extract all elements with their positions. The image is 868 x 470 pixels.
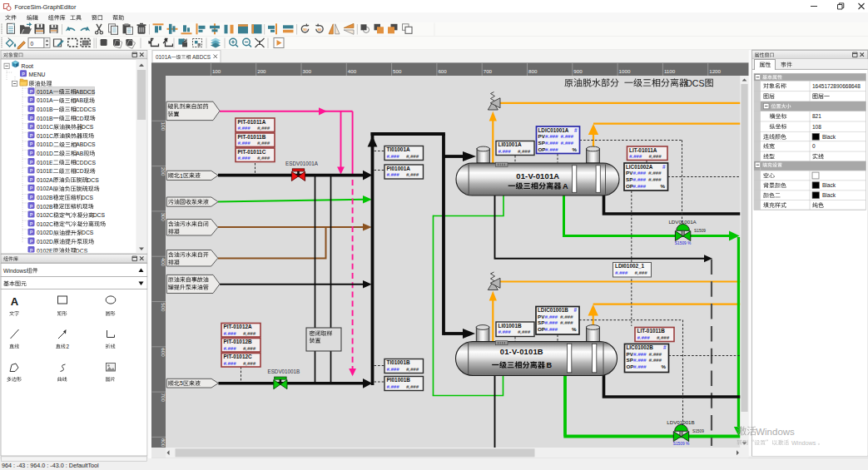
svg-text:#.###: #.### — [561, 133, 574, 139]
svg-text:#.###: #.### — [545, 319, 558, 325]
svg-text:#.###: #.### — [633, 170, 647, 176]
svg-text:#.###: #.### — [545, 140, 558, 146]
svg-text:0101A: 0101A — [37, 89, 53, 95]
svg-text:P: P — [30, 160, 33, 165]
svg-text:Root: Root — [22, 63, 33, 69]
svg-text:LIT-01011A: LIT-01011A — [629, 147, 657, 153]
svg-text:0101A: 0101A — [156, 54, 171, 60]
svg-text:0102A: 0102A — [37, 177, 53, 183]
svg-text:#,###: #,### — [406, 384, 419, 389]
svg-text:MENU: MENU — [29, 72, 46, 77]
svg-text:#.###: #.### — [545, 314, 558, 319]
svg-text:P: P — [30, 97, 33, 102]
svg-text:PIT-01011B: PIT-01011B — [238, 134, 266, 140]
svg-text:600: 600 — [161, 348, 166, 357]
svg-text:0: 0 — [812, 143, 816, 149]
svg-text:PIT-01011A: PIT-01011A — [238, 119, 266, 125]
svg-text:#.###: #.### — [238, 156, 251, 161]
svg-text:0102C: 0102C — [37, 221, 53, 227]
svg-text:DCS: DCS — [82, 124, 94, 130]
svg-text:1: 1 — [180, 173, 183, 180]
svg-text:LDIC01001B: LDIC01001B — [538, 307, 568, 313]
svg-text:#.###: #.### — [387, 154, 400, 159]
svg-text:P: P — [30, 195, 33, 200]
svg-text:P: P — [30, 141, 33, 146]
svg-text:964 : -43 : 964.0 : -43.0 :: 964 : -43 : 964.0 : -43.0 : DefaultTool — [2, 462, 99, 469]
svg-text:P: P — [30, 221, 33, 226]
svg-text:P: P — [30, 230, 33, 235]
svg-text:90: 90 — [318, 27, 322, 32]
svg-text:0102B: 0102B — [37, 195, 53, 200]
svg-text:P: P — [30, 168, 33, 173]
svg-text:#,###: #,### — [243, 346, 256, 351]
svg-text:TI01001A: TI01001A — [387, 146, 410, 152]
svg-text:0101A: 0101A — [37, 97, 53, 103]
svg-text:2: 2 — [67, 344, 70, 349]
svg-text:S1509 %: S1509 % — [675, 241, 692, 245]
svg-text:#.###: #.### — [648, 176, 662, 182]
svg-text:#.###: #.### — [633, 364, 647, 369]
svg-text:P: P — [22, 72, 25, 77]
svg-text:ABDCS: ABDCS — [76, 141, 96, 147]
svg-text:#.###: #.### — [649, 357, 662, 363]
svg-text:P: P — [30, 106, 33, 111]
svg-text:0101B: 0101B — [37, 106, 53, 112]
svg-text:100: 100 — [212, 68, 221, 74]
svg-text:S1509: S1509 — [694, 229, 706, 233]
svg-text:#.###: #.### — [633, 357, 647, 363]
svg-text:200: 200 — [161, 167, 166, 176]
svg-text:#,###: #,### — [406, 172, 419, 177]
svg-text:%: % — [661, 364, 666, 369]
svg-text:S1509: S1509 — [692, 429, 704, 433]
svg-text:#.###: #.### — [637, 335, 651, 340]
svg-text:500: 500 — [393, 68, 402, 74]
svg-text:1645172890668648: 1645172890668648 — [812, 83, 861, 89]
svg-text:Windows: Windows — [791, 439, 816, 447]
svg-text:#,###: #,### — [406, 154, 419, 159]
svg-text:#.###: #.### — [648, 170, 662, 176]
svg-text:S1509 %: S1509 % — [673, 442, 690, 446]
svg-text:900: 900 — [573, 68, 583, 74]
svg-text:#.###: #.### — [224, 331, 237, 336]
svg-text:P: P — [30, 124, 33, 129]
svg-text:#.###: #.### — [633, 176, 647, 182]
svg-text:800: 800 — [161, 438, 166, 448]
svg-text:0101E: 0101E — [37, 168, 53, 174]
svg-text:#,###: #,### — [657, 335, 670, 340]
svg-text:LIC01002B: LIC01002B — [627, 344, 654, 350]
svg-text:B: B — [547, 361, 553, 369]
svg-text:#.###: #.### — [387, 384, 400, 389]
svg-text:#.###: #.### — [560, 314, 573, 319]
svg-text:600: 600 — [438, 68, 447, 74]
svg-text:#.###: #.### — [629, 154, 642, 159]
svg-text:PIT-01012B: PIT-01012B — [224, 339, 252, 344]
svg-text:700: 700 — [161, 393, 166, 403]
svg-text:1000: 1000 — [619, 68, 631, 74]
svg-text:DCS: DCS — [93, 212, 106, 218]
svg-text:100: 100 — [161, 122, 166, 131]
svg-text:LDIC01001A: LDIC01001A — [538, 127, 569, 133]
svg-text:TI01001B: TI01001B — [387, 359, 410, 365]
svg-text:ABDCS: ABDCS — [192, 54, 211, 60]
svg-text:0101B: 0101B — [37, 116, 53, 121]
svg-text:P: P — [30, 133, 33, 138]
svg-text:#.###: #.### — [560, 319, 573, 325]
svg-text:5: 5 — [180, 380, 183, 387]
svg-text:P: P — [30, 186, 33, 190]
svg-text:#.###: #.### — [238, 126, 251, 131]
svg-text:SP: SP — [626, 176, 632, 182]
svg-text:P: P — [30, 239, 33, 244]
svg-text:A: A — [11, 295, 19, 308]
svg-text:P: P — [30, 248, 33, 253]
svg-text:0101C: 0101C — [37, 124, 53, 130]
svg-text:#.###: #.### — [224, 346, 237, 351]
svg-text:ESDV01001A: ESDV01001A — [285, 161, 319, 166]
svg-text:P: P — [30, 89, 33, 94]
svg-text:CD: CD — [76, 116, 84, 121]
svg-text:P: P — [30, 204, 33, 209]
svg-text:200: 200 — [257, 68, 266, 74]
svg-text:0: 0 — [31, 41, 34, 47]
svg-text:90: 90 — [303, 27, 307, 32]
svg-text:PIT-01012A: PIT-01012A — [224, 324, 252, 329]
svg-text:#: # — [574, 307, 578, 313]
